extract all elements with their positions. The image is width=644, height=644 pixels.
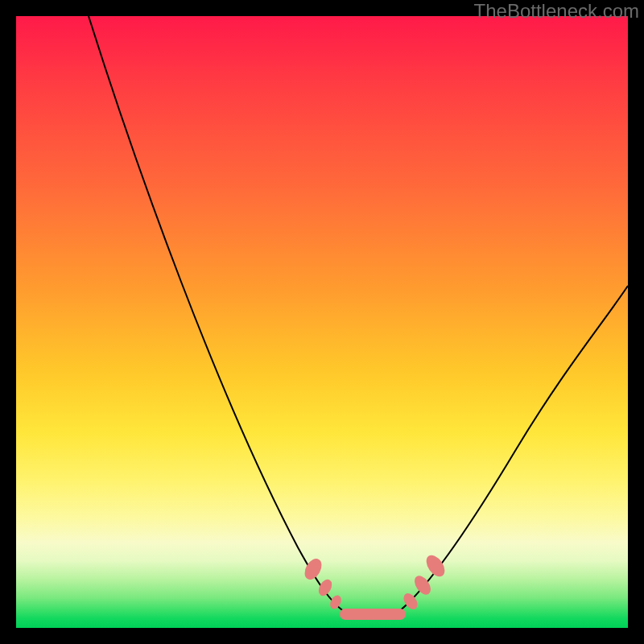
trough-marker-bar [340,609,406,620]
marker-left-3 [328,593,343,611]
watermark-text: TheBottleneck.com [474,0,639,23]
marker-left-2 [316,577,334,598]
plot-frame [16,16,628,628]
marker-right-3 [423,552,448,580]
chart-svg [16,16,628,628]
curve-left-branch [89,16,345,612]
